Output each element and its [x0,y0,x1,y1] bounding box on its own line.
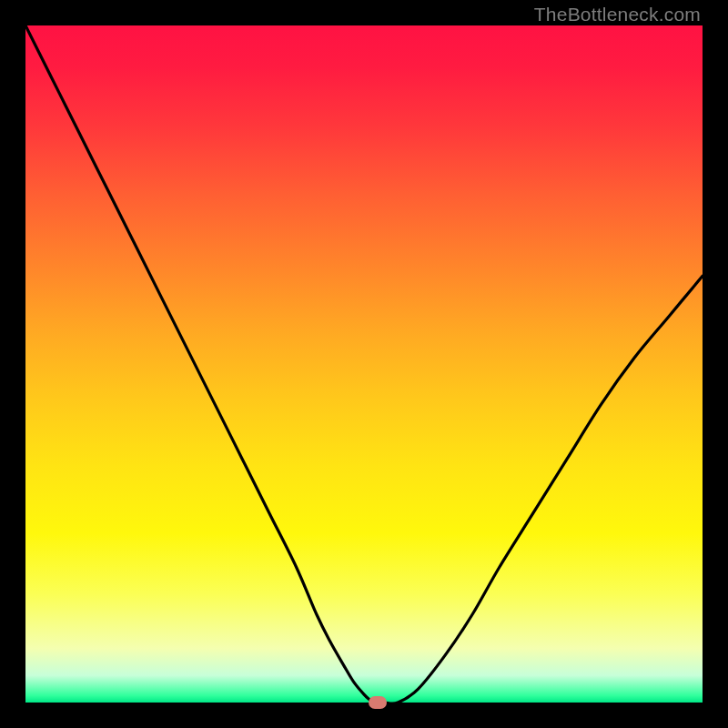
chart-frame: TheBottleneck.com [0,0,728,728]
bottleneck-curve [25,25,703,703]
watermark-text: TheBottleneck.com [534,4,701,25]
plot-area [25,25,703,703]
optimum-marker [369,696,387,709]
